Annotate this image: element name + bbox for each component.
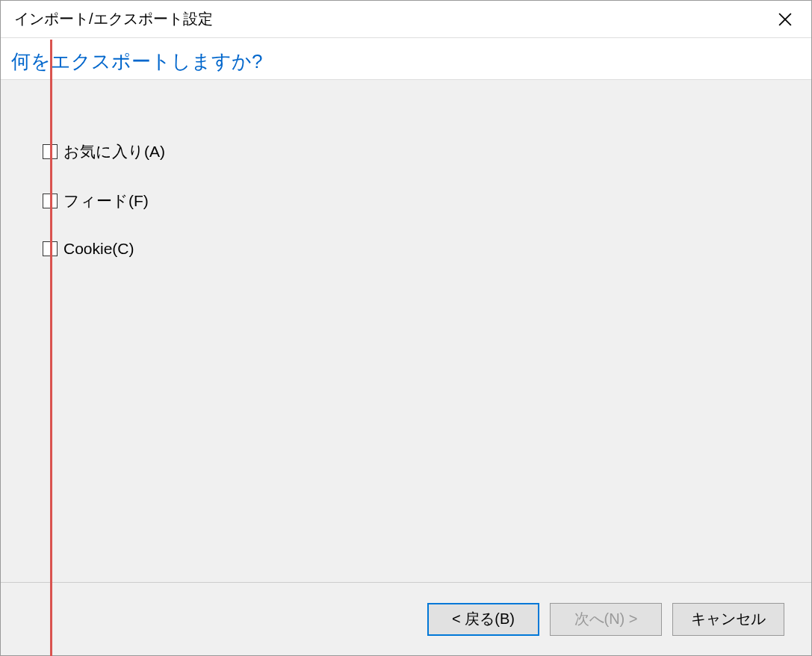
checkbox-favorites[interactable]: お気に入り(A) <box>43 141 769 162</box>
checkbox-cookie[interactable]: Cookie(C) <box>43 240 769 258</box>
checkbox-label: フィード(F) <box>63 191 149 211</box>
window-title: インポート/エクスポート設定 <box>14 9 771 29</box>
cancel-button[interactable]: キャンセル <box>672 603 784 636</box>
checkbox-label: Cookie(C) <box>63 240 134 258</box>
titlebar: インポート/エクスポート設定 <box>1 1 811 38</box>
close-icon <box>778 13 792 26</box>
dialog-window: インポート/エクスポート設定 何をエクスポートしますか? お気に入り(A) フィ… <box>0 0 812 656</box>
header-question: 何をエクスポートしますか? <box>11 49 801 75</box>
back-button[interactable]: < 戻る(B) <box>427 603 539 636</box>
close-button[interactable] <box>771 5 799 34</box>
header-section: 何をエクスポートしますか? <box>1 38 811 80</box>
footer-area: < 戻る(B) 次へ(N) > キャンセル <box>1 582 811 655</box>
checkbox-feed[interactable]: フィード(F) <box>43 191 769 211</box>
content-area: お気に入り(A) フィード(F) Cookie(C) <box>1 80 811 582</box>
checkbox-label: お気に入り(A) <box>63 141 165 162</box>
next-button: 次へ(N) > <box>550 603 662 636</box>
annotation-vertical-line <box>50 40 52 656</box>
